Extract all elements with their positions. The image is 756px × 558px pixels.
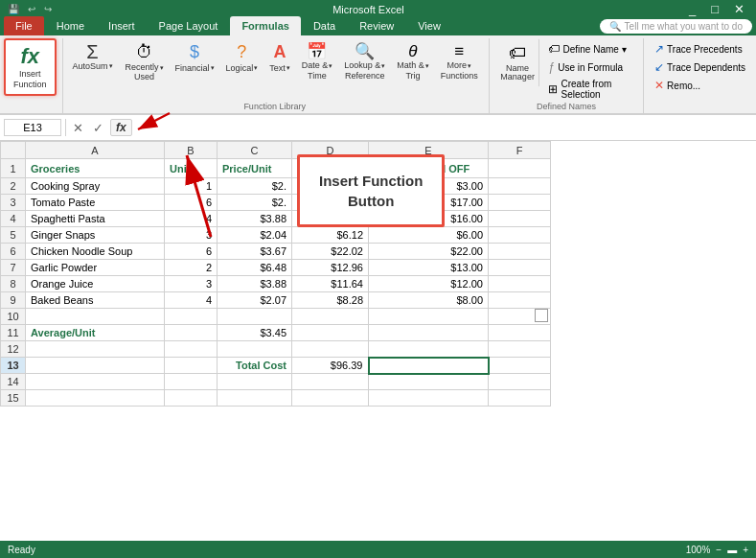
cell-f5[interactable] xyxy=(489,227,551,244)
tab-insert[interactable]: Insert xyxy=(97,16,147,35)
cell-e13-active[interactable] xyxy=(369,358,489,374)
cell-a15[interactable] xyxy=(26,390,165,407)
cell-c2[interactable]: $2. xyxy=(218,178,292,195)
cell-c3[interactable]: $2. xyxy=(218,195,292,211)
cell-d10[interactable] xyxy=(292,309,369,325)
cell-d11[interactable] xyxy=(292,325,369,341)
cell-b2[interactable]: 1 xyxy=(165,178,218,195)
cell-b8[interactable]: 3 xyxy=(165,276,218,292)
row-header-5[interactable]: 5 xyxy=(1,227,26,244)
autosum-button[interactable]: Σ AutoSum ▾ xyxy=(67,38,119,75)
use-in-formula-button[interactable]: ƒ Use in Formula xyxy=(545,59,635,75)
row-header-8[interactable]: 8 xyxy=(1,276,26,292)
define-name-button[interactable]: 🏷 Define Name ▾ xyxy=(545,41,635,57)
cell-b10[interactable] xyxy=(165,309,218,325)
col-header-b[interactable]: B xyxy=(165,142,218,159)
cell-a1[interactable]: Groceries xyxy=(26,159,165,178)
cell-reference-box[interactable]: E13 xyxy=(4,119,61,136)
row-header-11[interactable]: 11 xyxy=(1,325,26,341)
recently-used-button[interactable]: ⏱ Recently ▾ Used xyxy=(121,38,169,85)
formula-confirm-icon[interactable]: ✓ xyxy=(90,120,106,136)
cell-a14[interactable] xyxy=(26,374,165,390)
cell-f11[interactable] xyxy=(489,325,551,341)
cell-b1[interactable]: Units xyxy=(165,159,218,178)
cell-e6[interactable]: $22.00 xyxy=(369,244,489,260)
cell-f12[interactable] xyxy=(489,341,551,358)
cell-d14[interactable] xyxy=(292,374,369,390)
row-header-7[interactable]: 7 xyxy=(1,260,26,276)
cell-f8[interactable] xyxy=(489,276,551,292)
cell-d5[interactable]: $6.12 xyxy=(292,227,369,244)
cell-f9[interactable] xyxy=(489,292,551,309)
cell-c7[interactable]: $6.48 xyxy=(218,260,292,276)
cell-c14[interactable] xyxy=(218,374,292,390)
row-header-4[interactable]: 4 xyxy=(1,211,26,227)
zoom-minus[interactable]: − xyxy=(716,545,722,555)
cell-e11[interactable] xyxy=(369,325,489,341)
date-time-button[interactable]: 📅 Date & ▾ Time xyxy=(297,38,338,84)
cell-e5[interactable]: $6.00 xyxy=(369,227,489,244)
cell-c13[interactable]: Total Cost xyxy=(218,358,292,374)
cell-c1[interactable]: Price/Unit xyxy=(218,159,292,178)
cell-f13[interactable] xyxy=(489,358,551,374)
formula-cancel-icon[interactable]: ✕ xyxy=(70,120,86,136)
cell-d7[interactable]: $12.96 xyxy=(292,260,369,276)
more-functions-button[interactable]: ≡ More ▾ Functions xyxy=(436,38,483,84)
cell-d6[interactable]: $22.02 xyxy=(292,244,369,260)
cell-a6[interactable]: Chicken Noodle Soup xyxy=(26,244,165,260)
row-header-13[interactable]: 13 xyxy=(1,358,26,374)
cell-a8[interactable]: Orange Juice xyxy=(26,276,165,292)
row-header-3[interactable]: 3 xyxy=(1,195,26,211)
text-button[interactable]: A Text ▾ xyxy=(264,38,295,77)
row-header-10[interactable]: 10 xyxy=(1,309,26,325)
cell-b15[interactable] xyxy=(165,390,218,407)
cell-c11[interactable]: $3.45 xyxy=(218,325,292,341)
row-header-6[interactable]: 6 xyxy=(1,244,26,260)
name-manager-button[interactable]: 🏷 NameManager xyxy=(497,38,540,87)
cell-f10[interactable] xyxy=(489,309,551,325)
cell-b3[interactable]: 6 xyxy=(165,195,218,211)
row-header-9[interactable]: 9 xyxy=(1,292,26,309)
cell-a5[interactable]: Ginger Snaps xyxy=(26,227,165,244)
tab-data[interactable]: Data xyxy=(302,16,347,35)
cell-a3[interactable]: Tomato Paste xyxy=(26,195,165,211)
tab-formulas[interactable]: Formulas xyxy=(230,16,301,35)
cell-b14[interactable] xyxy=(165,374,218,390)
cell-a11[interactable]: Average/Unit xyxy=(26,325,165,341)
cell-a13[interactable] xyxy=(26,358,165,374)
cell-a10[interactable] xyxy=(26,309,165,325)
cell-f14[interactable] xyxy=(489,374,551,390)
cell-c8[interactable]: $3.88 xyxy=(218,276,292,292)
cell-a9[interactable]: Baked Beans xyxy=(26,292,165,309)
cell-b6[interactable]: 6 xyxy=(165,244,218,260)
cell-e10[interactable] xyxy=(369,309,489,325)
tab-file[interactable]: File xyxy=(4,16,44,35)
cell-c4[interactable]: $3.88 xyxy=(218,211,292,227)
trace-dependents-button[interactable]: ↙ Trace Dependents xyxy=(652,59,748,75)
create-from-selection-button[interactable]: ⊞ Create from Selection xyxy=(545,78,635,101)
cell-a12[interactable] xyxy=(26,341,165,358)
tell-me-search[interactable]: 🔍 Tell me what you want to do xyxy=(600,19,752,34)
cell-a7[interactable]: Garlic Powder xyxy=(26,260,165,276)
remove-arrows-button[interactable]: ✕ Remo... xyxy=(652,78,748,93)
cell-b7[interactable]: 2 xyxy=(165,260,218,276)
cell-b9[interactable]: 4 xyxy=(165,292,218,309)
cell-e12[interactable] xyxy=(369,341,489,358)
formula-input[interactable] xyxy=(140,120,752,135)
tab-view[interactable]: View xyxy=(406,16,452,35)
cell-e9[interactable]: $8.00 xyxy=(369,292,489,309)
cell-c12[interactable] xyxy=(218,341,292,358)
lookup-reference-button[interactable]: 🔍 Lookup & ▾ Reference xyxy=(339,38,390,84)
cell-f3[interactable] xyxy=(489,195,551,211)
cell-e7[interactable]: $13.00 xyxy=(369,260,489,276)
trace-precedents-button[interactable]: ↗ Trace Precedents xyxy=(652,41,748,57)
cell-d13[interactable]: $96.39 xyxy=(292,358,369,374)
cell-d15[interactable] xyxy=(292,390,369,407)
cell-d12[interactable] xyxy=(292,341,369,358)
cell-b11[interactable] xyxy=(165,325,218,341)
row-header-15[interactable]: 15 xyxy=(1,390,26,407)
cell-e15[interactable] xyxy=(369,390,489,407)
cell-d9[interactable]: $8.28 xyxy=(292,292,369,309)
financial-button[interactable]: $ Financial ▾ xyxy=(171,38,219,77)
cell-b12[interactable] xyxy=(165,341,218,358)
